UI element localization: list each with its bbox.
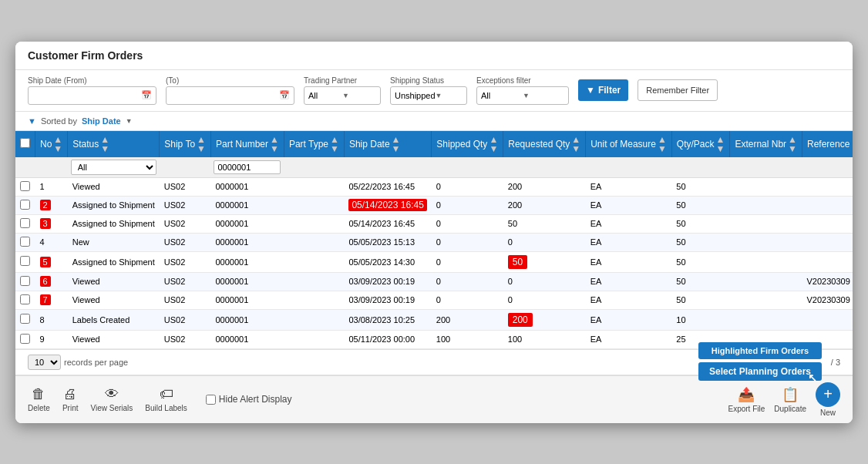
row-checkbox-cell[interactable] <box>15 291 35 309</box>
exceptions-filter-select[interactable]: All ▼ <box>476 86 569 105</box>
row-ref-number-cell: V20230309 <box>802 272 853 291</box>
row-ship-date-cell: 03/09/2023 00:19 <box>344 291 431 309</box>
sort-arrows-uom: ▲▼ <box>658 135 667 153</box>
export-file-icon: 📤 <box>738 386 755 403</box>
filter-button[interactable]: ▼ Filter <box>578 79 628 101</box>
row-checkbox-cell[interactable] <box>15 177 35 196</box>
row-checkbox[interactable] <box>20 200 30 210</box>
row-checkbox-cell[interactable] <box>15 251 35 272</box>
sort-arrows-status: ▲▼ <box>100 135 109 153</box>
row-checkbox[interactable] <box>20 181 30 191</box>
trading-partner-select[interactable]: All ▼ <box>304 86 381 105</box>
row-shipped-qty-cell: 0 <box>432 272 503 291</box>
row-checkbox[interactable] <box>20 276 30 286</box>
row-checkbox[interactable] <box>20 237 30 247</box>
row-qty-pack-cell: 50 <box>671 272 730 291</box>
th-ship-to[interactable]: Ship To▲▼ <box>160 131 211 157</box>
row-checkbox-cell[interactable] <box>15 309 35 330</box>
row-ext-nbr-cell <box>730 214 802 233</box>
print-label: Print <box>62 404 79 412</box>
row-checkbox[interactable] <box>20 256 30 266</box>
th-ship-date[interactable]: Ship Date▲▼ <box>344 131 431 157</box>
row-ref-number-cell <box>802 214 853 233</box>
records-per-page-select[interactable]: 10 25 50 <box>28 355 61 370</box>
th-ref-number[interactable]: Reference Number▲▼ <box>802 131 853 157</box>
row-checkbox-cell[interactable] <box>15 272 35 291</box>
row-checkbox-cell[interactable] <box>15 214 35 233</box>
row-checkbox[interactable] <box>20 334 30 344</box>
calendar-from-icon[interactable]: 📅 <box>141 90 152 100</box>
build-labels-action[interactable]: 🏷 Build Labels <box>145 386 187 412</box>
table-row[interactable]: 6ViewedUS02000000103/09/2023 00:1900EA50… <box>15 272 853 291</box>
delete-action[interactable]: 🗑 Delete <box>28 386 50 412</box>
row-checkbox-cell[interactable] <box>15 233 35 251</box>
view-serials-action[interactable]: 👁 View Serials <box>90 386 133 412</box>
table-row[interactable]: 4NewUS02000000105/05/2023 15:1300EA50000… <box>15 233 853 251</box>
sort-chevron-icon[interactable]: ▼ <box>126 117 133 125</box>
remember-filter-button[interactable]: Remember Filter <box>638 79 718 101</box>
table-row[interactable]: 1ViewedUS02000000105/22/2023 16:450200EA… <box>15 177 853 196</box>
table-row[interactable]: 5Assigned to ShipmentUS02000000105/05/20… <box>15 251 853 272</box>
export-file-action[interactable]: 📤 Export File <box>728 386 765 413</box>
part-number-filter-input[interactable] <box>214 160 281 174</box>
ship-date-from-field[interactable] <box>32 91 139 100</box>
row-ship-to-cell: US02 <box>160 330 211 348</box>
highlighted-firm-orders-button[interactable]: Highlighted Firm Orders <box>698 342 822 359</box>
th-no[interactable]: No▲▼ <box>35 131 68 157</box>
row-checkbox[interactable] <box>20 294 30 304</box>
th-qty-pack[interactable]: Qty/Pack▲▼ <box>671 131 730 157</box>
select-all-checkbox[interactable] <box>20 138 30 148</box>
row-ship-to-cell: US02 <box>160 272 211 291</box>
sort-bar: ▼ Sorted by Ship Date ▼ <box>15 112 853 131</box>
th-part-number[interactable]: Part Number▲▼ <box>210 131 284 157</box>
print-action[interactable]: 🖨 Print <box>62 386 79 412</box>
filter-uom-col <box>586 157 672 178</box>
th-part-type[interactable]: Part Type▲▼ <box>284 131 344 157</box>
th-ext-nbr[interactable]: External Nbr▲▼ <box>730 131 802 157</box>
orders-table-container[interactable]: No▲▼ Status▲▼ Ship To▲▼ Part Number▲▼ Pa… <box>15 131 853 350</box>
row-checkbox-cell[interactable] <box>15 196 35 214</box>
row-checkbox[interactable] <box>20 314 30 324</box>
filter-status-col[interactable]: All <box>68 157 160 178</box>
th-shipped-qty[interactable]: Shipped Qty▲▼ <box>432 131 503 157</box>
row-checkbox[interactable] <box>20 218 30 228</box>
new-button[interactable]: + <box>816 382 840 407</box>
table-row[interactable]: 3Assigned to ShipmentUS02000000105/14/20… <box>15 214 853 233</box>
row-part-type-cell <box>284 233 344 251</box>
select-planning-orders-button[interactable]: Select Planning Orders ↖ <box>698 362 822 381</box>
calendar-to-icon[interactable]: 📅 <box>279 90 290 100</box>
table-header-row: No▲▼ Status▲▼ Ship To▲▼ Part Number▲▼ Pa… <box>15 131 853 157</box>
row-uom-cell: EA <box>586 330 672 348</box>
row-ship-to-cell: US02 <box>160 196 211 214</box>
row-ship-date-cell: 05/14/2023 16:45 <box>344 214 431 233</box>
exceptions-filter-chevron-icon: ▼ <box>523 92 564 99</box>
row-part-number-cell: 0000001 <box>210 330 284 348</box>
table-row[interactable]: 7ViewedUS02000000103/09/2023 00:1900EA50… <box>15 291 853 309</box>
th-checkbox[interactable] <box>15 131 35 157</box>
row-no-cell: 9 <box>35 330 68 348</box>
duplicate-action[interactable]: 📋 Duplicate <box>774 386 806 413</box>
new-action[interactable]: + New <box>816 382 840 417</box>
shipping-status-select[interactable]: Unshipped ▼ <box>390 86 467 105</box>
row-requested-qty-cell: 0 <box>503 272 586 291</box>
hide-alert-group: Hide Alert Display <box>206 394 292 405</box>
orders-table: No▲▼ Status▲▼ Ship To▲▼ Part Number▲▼ Pa… <box>15 131 853 349</box>
row-no-cell: 7 <box>35 291 68 309</box>
status-filter-select[interactable]: All <box>71 160 156 175</box>
row-part-number-cell: 0000001 <box>210 291 284 309</box>
row-part-type-cell <box>284 291 344 309</box>
ship-date-from-input[interactable]: 📅 <box>28 86 156 105</box>
filter-partnum-col[interactable] <box>210 157 284 178</box>
row-checkbox-cell[interactable] <box>15 330 35 348</box>
th-requested-qty[interactable]: Requested Qty▲▼ <box>503 131 586 157</box>
row-requested-qty-cell: 50 <box>503 251 586 272</box>
th-uom[interactable]: Unit of Measure▲▼ <box>586 131 672 157</box>
th-status[interactable]: Status▲▼ <box>68 131 160 157</box>
row-ship-to-cell: US02 <box>160 214 211 233</box>
ship-date-to-field[interactable] <box>170 91 277 100</box>
row-ship-date-cell: 05/14/2023 16:45 <box>344 196 431 214</box>
ship-date-to-input[interactable]: 📅 <box>166 86 294 105</box>
table-row[interactable]: 8Labels CreatedUS02000000103/08/2023 10:… <box>15 309 853 330</box>
table-row[interactable]: 2Assigned to ShipmentUS02000000105/14/20… <box>15 196 853 214</box>
hide-alert-checkbox[interactable] <box>206 395 216 405</box>
